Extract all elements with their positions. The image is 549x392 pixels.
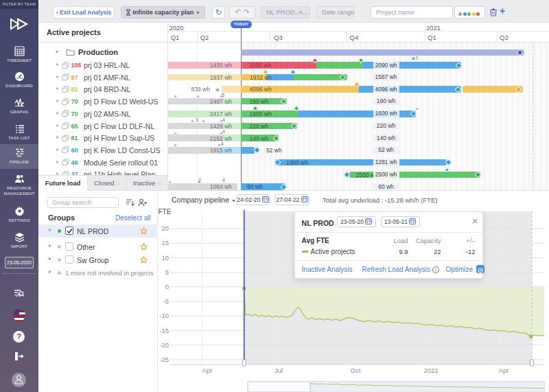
svg-text:10: 10	[161, 254, 169, 262]
svg-text:-15: -15	[159, 327, 169, 334]
svg-text:0: 0	[165, 283, 169, 290]
svg-text:Oct: Oct	[351, 367, 361, 374]
svg-text:20: 20	[161, 224, 169, 232]
svg-text:-5: -5	[163, 297, 169, 305]
svg-text:-25: -25	[159, 356, 169, 363]
svg-text:-10: -10	[159, 312, 169, 319]
svg-text:-20: -20	[159, 341, 169, 349]
svg-text:Apr: Apr	[499, 367, 509, 374]
svg-text:2021: 2021	[423, 367, 438, 374]
svg-text:Jul: Jul	[274, 367, 283, 374]
svg-text:15: 15	[161, 239, 169, 246]
svg-text:Apr: Apr	[202, 367, 213, 374]
svg-text:5: 5	[165, 268, 169, 276]
